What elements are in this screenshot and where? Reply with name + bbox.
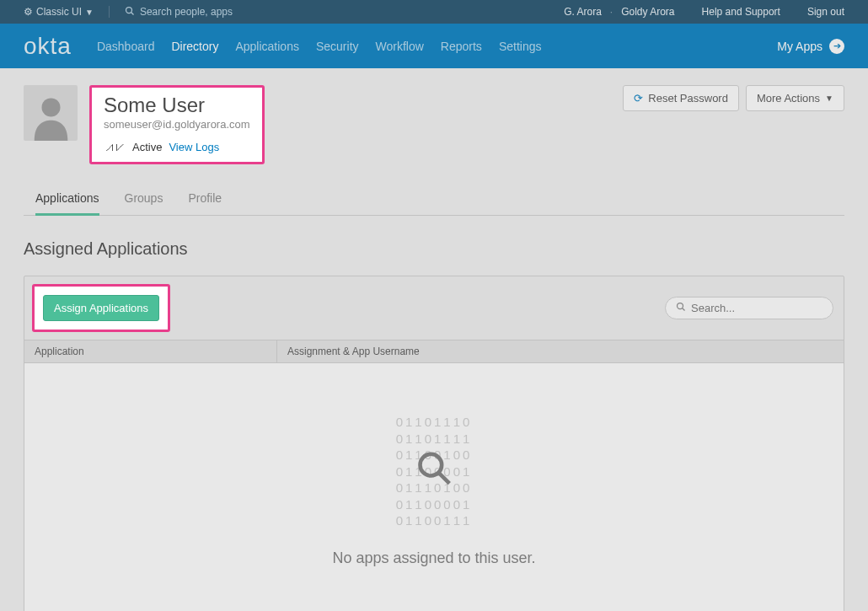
magnify-icon [415,449,453,490]
section-title: Assigned Applications [24,239,844,259]
top-utility-bar: ⚙ Classic UI ▼ Search people, apps G. Ar… [0,0,868,24]
binary-art: 01101110 01101111 01100100 01100001 0111… [396,414,473,529]
nav-reports[interactable]: Reports [441,40,482,53]
user-info-card: Some User someuser@id.goldyarora.com ⩘⩗ … [89,85,265,164]
reset-password-label: Reset Password [648,92,728,105]
user-header: Some User someuser@id.goldyarora.com ⩘⩗ … [24,85,844,164]
account-full-link[interactable]: Goldy Arora [621,6,674,18]
app-search-input[interactable] [691,302,822,314]
tab-groups[interactable]: Groups [125,183,163,215]
nav-settings[interactable]: Settings [499,40,542,53]
my-apps-link[interactable]: My Apps ➔ [777,39,844,54]
svg-point-2 [41,98,60,116]
separator: · [610,6,613,18]
search-placeholder-text: Search people, apps [140,6,233,18]
ui-mode-switcher[interactable]: ⚙ Classic UI ▼ [24,6,94,18]
col-assignment: Assignment & App Username [277,340,844,362]
global-search[interactable]: Search people, apps [125,6,233,19]
signout-link[interactable]: Sign out [807,6,844,18]
person-icon [32,94,70,141]
tab-applications[interactable]: Applications [35,183,99,216]
svg-line-1 [131,12,133,14]
main-nav: okta Dashboard Directory Applications Se… [0,24,868,68]
svg-point-3 [678,303,683,309]
nav-workflow[interactable]: Workflow [376,40,424,53]
search-icon [125,6,135,19]
empty-state: 01101110 01101111 01100100 01100001 0111… [24,363,844,611]
svg-point-0 [126,7,131,13]
ui-mode-label: Classic UI [36,6,82,18]
caret-down-icon: ▼ [85,8,94,17]
nav-security[interactable]: Security [316,40,359,53]
search-icon [676,302,686,314]
assign-highlight: Assign Applications [32,284,170,332]
nav-dashboard[interactable]: Dashboard [97,40,155,53]
okta-logo[interactable]: okta [24,33,72,60]
svg-line-4 [683,308,685,311]
user-name: Some User [104,94,250,116]
svg-point-5 [421,453,442,475]
assign-applications-button[interactable]: Assign Applications [43,295,159,321]
help-link[interactable]: Help and Support [702,6,780,18]
divider [109,6,110,18]
reset-password-button[interactable]: ⟳ Reset Password [623,85,739,111]
my-apps-label: My Apps [777,40,822,53]
more-actions-button[interactable]: More Actions ▼ [746,85,844,111]
nav-applications[interactable]: Applications [235,40,299,53]
arrow-right-icon: ➔ [829,39,844,54]
svg-line-6 [439,472,450,483]
app-search[interactable] [665,297,833,319]
refresh-icon: ⟳ [634,92,643,105]
assigned-apps-panel: Assign Applications Application Assignme… [24,276,844,611]
account-short-link[interactable]: G. Arora [564,6,602,18]
more-actions-label: More Actions [757,92,820,105]
nav-items: Dashboard Directory Applications Securit… [97,40,542,53]
user-tabs: Applications Groups Profile [24,183,844,216]
status-label: Active [132,141,162,153]
gear-icon: ⚙ [24,6,33,18]
col-application: Application [24,340,277,362]
pulse-icon: ⩘⩗ [104,141,126,153]
table-header: Application Assignment & App Username [24,340,844,363]
caret-down-icon: ▼ [825,94,833,103]
view-logs-link[interactable]: View Logs [169,141,219,153]
user-email: someuser@id.goldyarora.com [104,118,250,131]
avatar [24,85,78,141]
empty-message: No apps assigned to this user. [332,549,535,567]
nav-directory[interactable]: Directory [171,40,218,53]
tab-profile[interactable]: Profile [188,183,222,215]
